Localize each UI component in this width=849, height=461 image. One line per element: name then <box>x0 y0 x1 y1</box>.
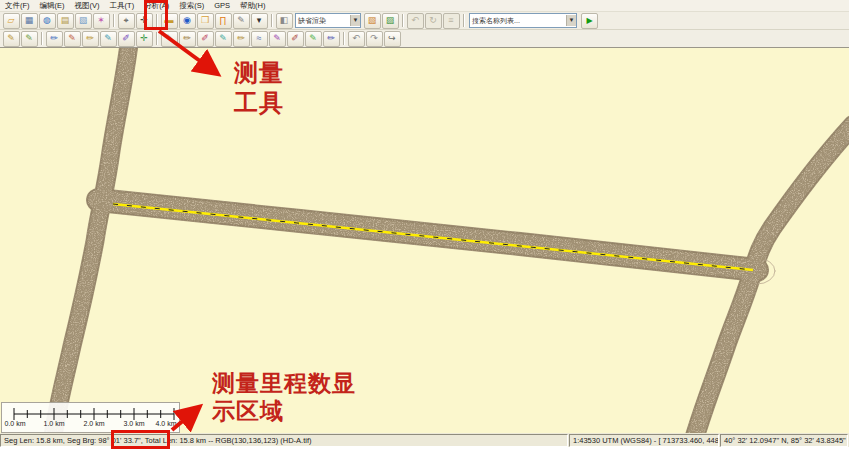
rotate-feature-button[interactable]: ✏ <box>179 31 196 47</box>
menubar: 文件(F)编辑(E)视图(V)工具(T)分析(A)搜索(S)GPS帮助(H) <box>0 0 849 12</box>
scale-label-2: 2.0 km <box>83 420 104 427</box>
repeat-view-button[interactable]: ↻ <box>425 13 442 29</box>
main-toolbar: ▱▦◍▤▧✶⌖✛▬◉❒∏✎▾◧缺省渲染▼▧▨↶↻≡搜索名称列表...▼▶ <box>0 12 849 30</box>
render-mode-combo-value: 缺省渲染 <box>298 16 326 26</box>
toolbar-separator <box>156 14 157 27</box>
scale-bar-ticks <box>2 403 177 432</box>
status-measure-readout: Seg Len: 15.8 km, Seg Brg: 98° 01' 33.7"… <box>0 434 568 447</box>
status-latlon: 40° 32' 12.0947" N, 85° 32' 43.8345" E <box>720 434 848 447</box>
search-go-button[interactable]: ▶ <box>581 13 598 29</box>
toolbar-separator <box>156 32 157 45</box>
menu-item-gps[interactable]: GPS <box>209 1 235 10</box>
zoom-tool-button[interactable]: ⌖ <box>118 13 135 29</box>
measure-line <box>113 204 753 270</box>
control-center-button[interactable]: ❒ <box>197 13 214 29</box>
lock-views-button[interactable]: ◧ <box>276 13 293 29</box>
menu-item-search[interactable]: 搜索(S) <box>174 1 209 11</box>
paste-feature-button[interactable]: ✏ <box>323 31 340 47</box>
toolbar-separator <box>41 32 42 45</box>
create-line-button[interactable]: ✎ <box>21 31 38 47</box>
render-mode-combo[interactable]: 缺省渲染▼ <box>295 13 361 28</box>
move-feature-button[interactable]: ✎ <box>161 31 178 47</box>
chevron-down-icon: ▼ <box>566 15 576 26</box>
map-viewport[interactable]: 0.0 km 1.0 km 2.0 km 3.0 km 4.0 km <box>0 47 849 433</box>
export-data-button[interactable]: ▧ <box>75 13 92 29</box>
digitizer-toolbar: ✎✎✏✎✏✎✐✛✎✏✐✎✏≈✎✐✎✏↶↷↪ <box>0 30 849 48</box>
terrain-shader-button[interactable]: ▧ <box>364 13 381 29</box>
view-list-button[interactable]: ≡ <box>443 13 460 29</box>
open-data-button[interactable]: ▤ <box>57 13 74 29</box>
menu-item-tools[interactable]: 工具(T) <box>105 1 140 11</box>
toolbar-separator <box>463 14 464 27</box>
more-tools-dropdown[interactable]: ▾ <box>251 13 268 29</box>
toolbar-separator <box>343 32 344 45</box>
menu-item-analysis[interactable]: 分析(A) <box>139 1 174 11</box>
cancel-edit-button[interactable]: ↪ <box>384 31 401 47</box>
scale-feature-button[interactable]: ✐ <box>197 31 214 47</box>
menu-item-help[interactable]: 帮助(H) <box>235 1 270 11</box>
save-workspace-button[interactable]: ▦ <box>21 13 38 29</box>
feature-info-button[interactable]: ◉ <box>179 13 196 29</box>
scale-label-1: 1.0 km <box>43 420 64 427</box>
online-data-button[interactable]: ◍ <box>39 13 56 29</box>
menu-item-edit[interactable]: 编辑(E) <box>35 1 70 11</box>
smooth-line-button[interactable]: ≈ <box>251 31 268 47</box>
create-area-button[interactable]: ✎ <box>3 31 20 47</box>
scale-label-4: 4.0 km <box>155 420 176 427</box>
search-name-combo-value: 搜索名称列表... <box>472 16 520 26</box>
vector-shader-button[interactable]: ▨ <box>382 13 399 29</box>
toolbar-separator <box>402 14 403 27</box>
path-profile-button[interactable]: ∏ <box>215 13 232 29</box>
status-scale-projection: 1:43530 UTM (WGS84) - [ 713733.460, 4486… <box>569 434 719 447</box>
favorites-button[interactable]: ✶ <box>93 13 110 29</box>
copy-feature-button[interactable]: ✎ <box>305 31 322 47</box>
previous-view-button[interactable]: ↶ <box>407 13 424 29</box>
application-window: 文件(F)编辑(E)视图(V)工具(T)分析(A)搜索(S)GPS帮助(H) ▱… <box>0 0 849 461</box>
pan-tool-button[interactable]: ✛ <box>136 13 153 29</box>
create-range-ring-button[interactable]: ✎ <box>64 31 81 47</box>
status-bar: Seg Len: 15.8 km, Seg Brg: 98° 01' 33.7"… <box>0 433 849 447</box>
scale-label-3: 3.0 km <box>123 420 144 427</box>
create-text-button[interactable]: ✎ <box>100 31 117 47</box>
search-name-combo[interactable]: 搜索名称列表...▼ <box>469 13 577 28</box>
create-buffer-button[interactable]: ✏ <box>82 31 99 47</box>
open-file-button[interactable]: ▱ <box>3 13 20 29</box>
chevron-down-icon: ▼ <box>350 15 360 26</box>
create-point-button[interactable]: ✏ <box>46 31 63 47</box>
undo-edit-button[interactable]: ↶ <box>348 31 365 47</box>
menu-item-view[interactable]: 视图(V) <box>70 1 105 11</box>
measure-tool-button[interactable]: ▬ <box>161 13 178 29</box>
toolbar-separator <box>271 14 272 27</box>
digitizer-button[interactable]: ✎ <box>233 13 250 29</box>
join-lines-button[interactable]: ✏ <box>233 31 250 47</box>
erase-feature-button[interactable]: ✐ <box>287 31 304 47</box>
toolbar-separator <box>113 14 114 27</box>
trace-feature-button[interactable]: ✎ <box>269 31 286 47</box>
redo-edit-button[interactable]: ↷ <box>366 31 383 47</box>
menu-item-file[interactable]: 文件(F) <box>0 1 35 11</box>
scale-label-0: 0.0 km <box>4 420 25 427</box>
vertex-edit-button[interactable]: ✐ <box>118 31 135 47</box>
map-canvas <box>0 48 849 433</box>
snap-tool-button[interactable]: ✛ <box>136 31 153 47</box>
split-line-button[interactable]: ✎ <box>215 31 232 47</box>
road-texture <box>53 48 849 433</box>
scale-bar: 0.0 km 1.0 km 2.0 km 3.0 km 4.0 km <box>1 402 180 433</box>
